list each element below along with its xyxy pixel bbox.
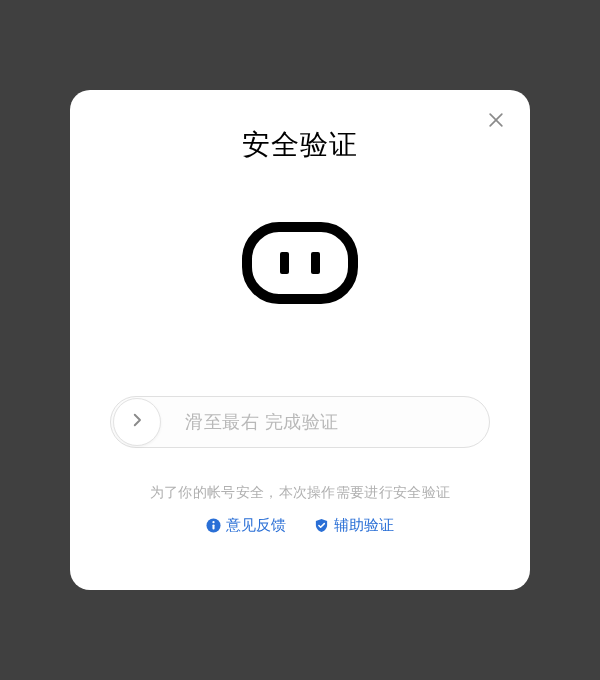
slider-instruction: 滑至最右 完成验证 xyxy=(185,410,339,434)
assist-verify-link-label: 辅助验证 xyxy=(334,516,394,535)
info-icon xyxy=(206,518,221,533)
svg-rect-4 xyxy=(311,252,320,274)
security-hint: 为了你的帐号安全，本次操作需要进行安全验证 xyxy=(150,484,450,502)
feedback-link-label: 意见反馈 xyxy=(226,516,286,535)
face-icon xyxy=(242,222,358,304)
assist-verify-link[interactable]: 辅助验证 xyxy=(314,516,394,535)
slider-track[interactable]: 滑至最右 完成验证 xyxy=(110,396,490,448)
close-button[interactable] xyxy=(484,110,508,134)
close-icon xyxy=(486,110,506,134)
shield-check-icon xyxy=(314,518,329,533)
modal-title: 安全验证 xyxy=(242,126,358,164)
footer-links: 意见反馈 辅助验证 xyxy=(206,516,394,535)
svg-rect-2 xyxy=(247,227,353,299)
feedback-link[interactable]: 意见反馈 xyxy=(206,516,286,535)
svg-rect-7 xyxy=(212,524,214,529)
svg-point-6 xyxy=(212,521,214,523)
chevron-right-icon xyxy=(128,411,146,433)
svg-rect-3 xyxy=(280,252,289,274)
security-verification-modal: 安全验证 滑至最右 完成验证 为了你的帐号安全，本次操作需要进行安全验证 xyxy=(70,90,530,590)
slider-handle[interactable] xyxy=(113,398,161,446)
